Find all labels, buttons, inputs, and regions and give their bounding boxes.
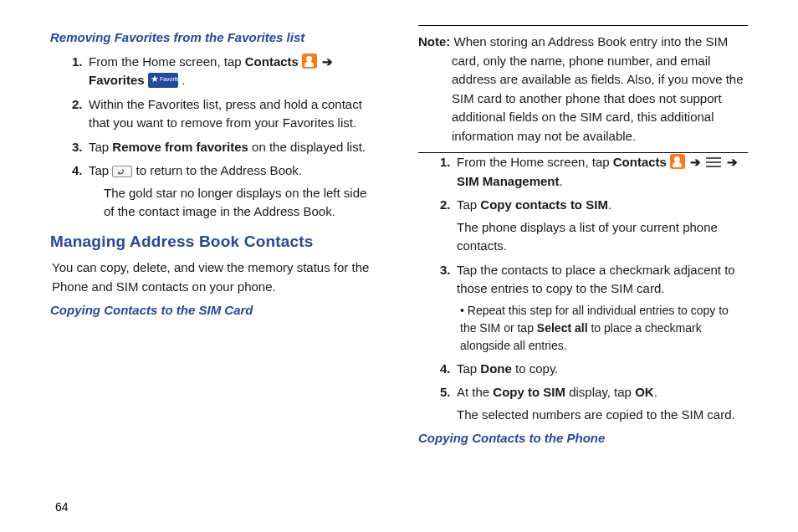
bullet-list: Repeat this step for all individual entr… [457, 302, 748, 355]
arrow-icon: ➔ [725, 155, 739, 169]
step-mid: display, tap [565, 385, 635, 399]
arrow-icon: ➔ [688, 155, 703, 169]
step-text: From the Home screen, tap [89, 54, 245, 69]
copy-to-sim-label: Copy contacts to SIM [480, 197, 608, 212]
step-subtext: The phone displays a list of your curren… [457, 218, 748, 256]
step-cs-2: 2. Tap Copy contacts to SIM. The phone d… [442, 196, 748, 256]
back-icon [112, 166, 132, 177]
contacts-label: Contacts [245, 54, 299, 69]
contacts-icon [670, 154, 685, 169]
done-label: Done [480, 361, 512, 376]
step-subtext: The selected numbers are copied to the S… [457, 406, 748, 425]
ok-label: OK [635, 385, 654, 399]
step-text: Tap [457, 197, 480, 212]
step-text: Within the Favorites list, press and hol… [89, 97, 362, 130]
note-body: Note: When storing an Address Book entry… [418, 33, 748, 146]
copy-to-sim-display: Copy to SIM [493, 385, 565, 399]
contacts-icon [302, 54, 317, 69]
intro-managing: You can copy, delete, and view the memor… [52, 258, 380, 296]
heading-removing-favorites: Removing Favorites from the Favorites li… [50, 28, 380, 48]
step-text-tail: to return to the Address Book. [136, 163, 302, 177]
step-cs-1: 1. From the Home screen, tap Contacts ➔ … [442, 153, 748, 191]
step-text: Tap the contacts to place a checkmark ad… [457, 263, 735, 296]
list-copy-to-phone: 1. From the Home screen, tap Contacts ➔ … [786, 25, 798, 148]
step-text-tail: on the displayed list. [248, 140, 366, 154]
step-text: At the [457, 385, 493, 399]
step-cs-4: 4. Tap Done to copy. [442, 360, 748, 379]
arrow-icon: ➔ [320, 54, 335, 69]
note-block: Note: When storing an Address Book entry… [418, 25, 748, 153]
page-body: Removing Favorites from the Favorites li… [0, 0, 798, 468]
heading-copy-to-sim: Copying Contacts to the SIM Card [50, 301, 380, 320]
select-all-label: Select all [537, 321, 588, 335]
step-text: Tap [89, 163, 112, 177]
step-rf-2: 2. Within the Favorites list, press and … [74, 95, 380, 133]
list-copy-to-sim: 1. From the Home screen, tap Contacts ➔ … [418, 153, 748, 424]
note-text: When storing an Address Book entry into … [450, 34, 743, 143]
step-subtext: The gold star no longer displays on the … [89, 184, 380, 222]
favorites-icon [148, 73, 178, 88]
step-rf-3: 3. Tap Remove from favorites on the disp… [74, 138, 380, 157]
page-number: 64 [55, 500, 69, 514]
sim-management-label: SIM Management [457, 174, 560, 188]
remove-fav-label: Remove from favorites [112, 140, 248, 154]
bullet-item: Repeat this step for all individual entr… [460, 302, 748, 355]
heading-managing-contacts: Managing Address Book Contacts [50, 230, 380, 254]
heading-copy-to-phone: Copying Contacts to the Phone [418, 429, 748, 448]
step-rf-1: 1. From the Home screen, tap Contacts ➔ … [74, 53, 380, 90]
step-text: From the Home screen, tap [457, 155, 613, 169]
step-text: Tap [457, 361, 480, 376]
menu-icon [706, 157, 721, 167]
step-cs-3: 3. Tap the contacts to place a checkmark… [442, 261, 748, 355]
step-cs-5: 5. At the Copy to SIM display, tap OK. T… [442, 383, 748, 424]
contacts-label: Contacts [613, 155, 667, 169]
step-tail: to copy. [512, 361, 559, 376]
step-text: Tap [89, 140, 112, 154]
favorites-label: Favorites [89, 73, 145, 87]
note-lead: Note: [418, 34, 450, 49]
list-removing-favorites: 1. From the Home screen, tap Contacts ➔ … [50, 53, 380, 222]
step-rf-4: 4. Tap to return to the Address Book. Th… [74, 161, 380, 222]
